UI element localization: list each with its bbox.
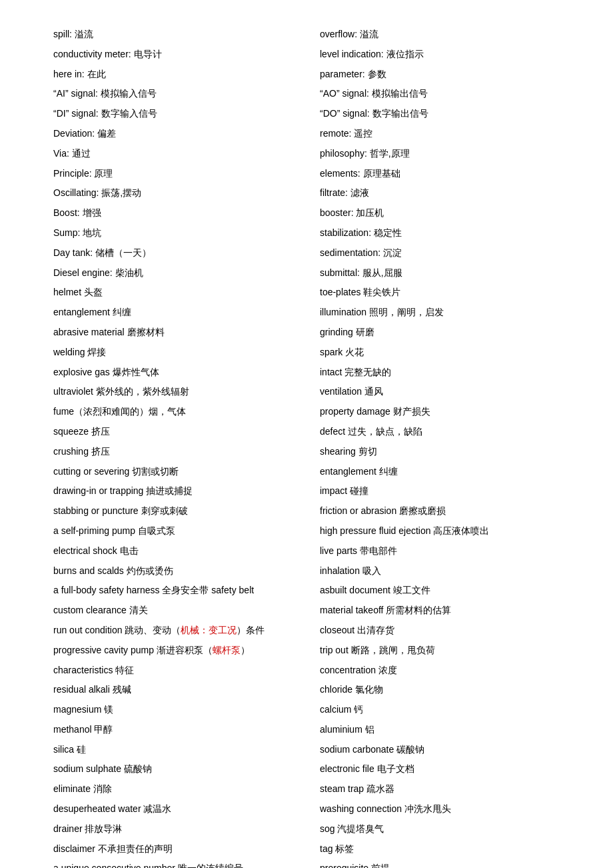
term-entry-left: disclaimer 不承担责任的声明 xyxy=(53,841,306,857)
glossary-row: run out condition 跳动、变动（机械：变工况）条件closeou… xyxy=(53,623,560,639)
term-entry-left: crushing 挤压 xyxy=(53,444,306,460)
term-en: residual alkali xyxy=(53,684,113,695)
term-zh: 甲醇 xyxy=(94,724,113,735)
term-zh: 柴油机 xyxy=(115,267,143,278)
term-entry-right: defect 过失，缺点，缺陷 xyxy=(306,424,560,440)
glossary-row: a unique consecutive number 唯一的连续编号prere… xyxy=(53,861,560,868)
term-entry-left: a unique consecutive number 唯一的连续编号 xyxy=(53,861,306,868)
term-entry-right: shearing 剪切 xyxy=(306,444,560,460)
term-zh: 增强 xyxy=(83,207,101,218)
term-entry-right: grinding 研磨 xyxy=(306,325,560,341)
term-zh: 过失，缺点，缺陷 xyxy=(348,426,422,437)
term-entry-left: Diesel engine: 柴油机 xyxy=(53,265,306,281)
term-entry-left: “DI” signal: 数字输入信号 xyxy=(53,106,306,122)
term-en: “AI” signal: xyxy=(53,88,101,99)
term-entry-left: Via: 通过 xyxy=(53,146,306,162)
term-mixed: fume（浓烈和难闻的）烟，气体 xyxy=(53,406,186,417)
glossary-row: Day tank: 储槽（一天）sedimentation: 沉淀 xyxy=(53,245,560,261)
term-zh: 全身安全带 xyxy=(162,585,211,595)
glossary-row: stabbing or puncture 刺穿或刺破friction or ab… xyxy=(53,503,560,519)
term-entry-right: “DO” signal: 数字输出信号 xyxy=(306,106,560,122)
term-entry-left: squeeze 挤压 xyxy=(53,424,306,440)
term-en: high pressure fluid ejection xyxy=(320,525,433,536)
term-en: welding xyxy=(53,347,87,357)
term-en: progressive cavity pump xyxy=(53,645,157,655)
term-zh: 头盔 xyxy=(84,287,103,297)
term-entry-right: level indication: 液位指示 xyxy=(306,47,560,63)
term-entry-left: Day tank: 储槽（一天） xyxy=(53,245,306,261)
term-en: spark xyxy=(320,347,345,357)
term-entry-right: ventilation 通风 xyxy=(306,384,560,400)
glossary-container: spill: 溢流overflow: 溢流conductivity meter:… xyxy=(53,27,560,868)
term-zh: 储槽（一天） xyxy=(95,247,151,258)
term-entry-right: material takeoff 所需材料的估算 xyxy=(306,603,560,619)
term-zh: 通风 xyxy=(364,386,383,397)
term-entry-left: explosive gas 爆炸性气体 xyxy=(53,365,306,381)
term-entry-right: spark 火花 xyxy=(306,345,560,361)
glossary-row: a self-priming pump 自吸式泵high pressure fl… xyxy=(53,523,560,539)
term-zh: 数字输出信号 xyxy=(372,108,428,119)
term-en: property damage xyxy=(320,406,393,417)
term-en: sog xyxy=(320,823,337,834)
term-en: washing connection xyxy=(320,803,404,814)
term-zh: 减温水 xyxy=(143,803,171,814)
glossary-row: squeeze 挤压defect 过失，缺点，缺陷 xyxy=(53,424,560,440)
term-zh: 高压液体喷出 xyxy=(433,525,489,536)
term-en: elements: xyxy=(320,168,363,179)
term-en: stabbing or puncture xyxy=(53,505,141,516)
term-en: “AO” signal: xyxy=(320,88,372,99)
term-en: Principle: xyxy=(53,168,94,179)
term-en: magnesium xyxy=(53,704,104,715)
term-zh: 哲学,原理 xyxy=(370,148,410,159)
term-zh: 碰撞 xyxy=(350,485,368,496)
term-entry-left: electrical shock 电击 xyxy=(53,543,306,559)
term-en: silica xyxy=(53,744,77,755)
term-en: a unique consecutive number xyxy=(53,863,178,868)
term-zh: 紫外线的，紫外线辐射 xyxy=(96,386,189,397)
term-zh: 唯一的连续编号 xyxy=(178,863,243,868)
term-zh-red: 螺杆泵 xyxy=(213,645,241,655)
glossary-row: sodium sulphate 硫酸钠electronic file 电子文档 xyxy=(53,761,560,777)
glossary-row: explosive gas 爆炸性气体intact 完整无缺的 xyxy=(53,365,560,381)
term-zh: 纠缠 xyxy=(113,307,131,317)
term-entry-right: electronic file 电子文档 xyxy=(306,761,560,777)
term-zh: 磨擦材料 xyxy=(127,327,165,337)
glossary-row: “DI” signal: 数字输入信号“DO” signal: 数字输出信号 xyxy=(53,106,560,122)
term-en: a full-body safety harness xyxy=(53,585,162,595)
term-en: abrasive material xyxy=(53,327,127,337)
term-en: intact xyxy=(320,367,344,377)
term-en: stabilization: xyxy=(320,227,374,238)
term-entry-left: custom clearance 清关 xyxy=(53,603,306,619)
glossary-row: Diesel engine: 柴油机submittal: 服从,屈服 xyxy=(53,265,560,281)
glossary-row: here in: 在此parameter: 参数 xyxy=(53,67,560,83)
term-entry-left: characteristics 特征 xyxy=(53,663,306,679)
term-zh: 断路，跳闸，甩负荷 xyxy=(351,645,435,655)
term-zh: 鞋尖铁片 xyxy=(363,287,400,297)
glossary-row: spill: 溢流overflow: 溢流 xyxy=(53,27,560,43)
term-zh: 磨擦或磨损 xyxy=(399,505,446,516)
term-en: inhalation xyxy=(320,565,362,576)
term-entry-left: a self-priming pump 自吸式泵 xyxy=(53,523,306,539)
term-zh: 清关 xyxy=(129,605,148,615)
term-entry-right: friction or abrasion 磨擦或磨损 xyxy=(306,503,560,519)
term-zh: 带电部件 xyxy=(360,545,397,556)
term-en: burns and scalds xyxy=(53,565,127,576)
term-en2: safety belt xyxy=(211,585,254,595)
glossary-row: electrical shock 电击live parts 带电部件 xyxy=(53,543,560,559)
term-entry-right: toe-plates 鞋尖铁片 xyxy=(306,285,560,301)
term-zh: 消除 xyxy=(93,783,112,794)
term-en: sodium sulphate xyxy=(53,763,124,774)
term-entry-right: trip out 断路，跳闸，甩负荷 xyxy=(306,643,560,659)
term-entry-right: aluminium 铝 xyxy=(306,722,560,738)
term-zh-suffix: ）条件 xyxy=(237,625,265,635)
term-zh: 冲洗水甩头 xyxy=(404,803,451,814)
term-zh: 偏差 xyxy=(97,128,116,139)
term-en: disclaimer xyxy=(53,843,98,854)
term-zh: 出清存货 xyxy=(357,625,394,635)
term-entry-left: entanglement 纠缠 xyxy=(53,305,306,321)
term-en: crushing xyxy=(53,446,91,457)
glossary-row: drawing-in or trapping 抽进或捕捉impact 碰撞 xyxy=(53,483,560,499)
term-entry-right: chloride 氯化物 xyxy=(306,682,560,698)
term-en: spill: xyxy=(53,29,75,39)
term-en: squeeze xyxy=(53,426,91,437)
